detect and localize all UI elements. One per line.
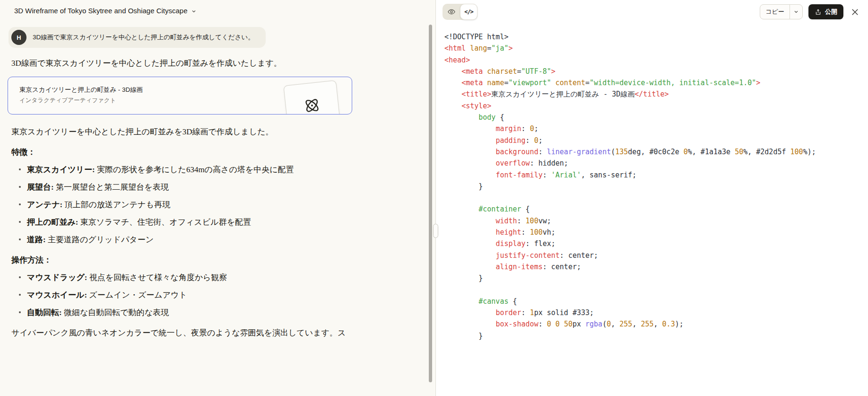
atom-icon: [302, 96, 322, 114]
publish-button-label: 公開: [825, 8, 837, 16]
assistant-intro: 3D線画で東京スカイツリーを中心とした押上の町並みを作成いたします。: [11, 58, 435, 68]
close-artifact-button[interactable]: [849, 6, 860, 18]
chevron-down-icon: [793, 9, 799, 15]
list-item: マウスドラッグ: 視点を回転させて様々な角度から観察: [27, 273, 435, 282]
code-viewer[interactable]: <!DOCTYPE html><html lang="ja"><head> <m…: [436, 21, 868, 396]
list-item: マウスホイール: ズームイン・ズームアウト: [27, 290, 435, 300]
preview-toggle-button[interactable]: [443, 4, 460, 20]
copy-button[interactable]: コピー: [760, 5, 790, 19]
features-heading: 特徴：: [11, 147, 435, 157]
controls-heading: 操作方法：: [11, 255, 435, 265]
list-item: 道路: 主要道路のグリッドパターン: [27, 235, 435, 245]
controls-list: マウスドラッグ: 視点を回転させて様々な角度から観察マウスホイール: ズームイン…: [0, 273, 435, 317]
conversation-title-menu[interactable]: 3D Wireframe of Tokyo Skytree and Oshiag…: [0, 0, 435, 15]
artifact-panel: </> コピー 公開: [436, 0, 868, 396]
code-toggle-button[interactable]: </>: [460, 4, 477, 20]
list-item: 押上の町並み: 東京ソラマチ、住宅街、オフィスビル群を配置: [27, 217, 435, 227]
user-avatar: H: [11, 30, 26, 45]
features-list: 東京スカイツリー: 実際の形状を参考にした634mの高さの塔を中央に配置展望台:…: [0, 165, 435, 245]
artifact-card[interactable]: 東京スカイツリーと押上の町並み - 3D線画 インタラクティブアーティファクト: [8, 77, 352, 114]
list-item: 東京スカイツリー: 実際の形状を参考にした634mの高さの塔を中央に配置: [27, 165, 435, 175]
toolbar-actions: コピー 公開: [760, 4, 860, 19]
user-message-text: 3D線画で東京スカイツリーを中心とした押上の町並みを作成してください。: [33, 33, 254, 42]
copy-options-button[interactable]: [790, 5, 802, 19]
copy-split-button: コピー: [760, 4, 803, 19]
assistant-outro: サイバーパンク風の青いネオンカラーで統一し、夜景のような雰囲気を演出しています。…: [11, 328, 435, 338]
user-message: H 3D線画で東京スカイツリーを中心とした押上の町並みを作成してください。: [9, 27, 266, 48]
app-window: 3D Wireframe of Tokyo Skytree and Oshiag…: [0, 0, 868, 396]
list-item: 自動回転: 微細な自動回転で動的な表現: [27, 308, 435, 317]
assistant-result: 東京スカイツリーを中心とした押上の町並みを3D線画で作成しました。: [11, 127, 435, 137]
code-icon: </>: [464, 9, 473, 15]
list-item: 展望台: 第一展望台と第二展望台を表現: [27, 182, 435, 192]
eye-icon: [447, 8, 456, 16]
view-toggle: </>: [443, 4, 477, 20]
share-icon: [815, 9, 822, 16]
panel-divider: [435, 0, 436, 396]
list-item: アンテナ: 頂上部の放送アンテナも再現: [27, 200, 435, 210]
copy-button-label: コピー: [765, 8, 784, 16]
chat-panel: 3D Wireframe of Tokyo Skytree and Oshiag…: [0, 0, 435, 396]
code-content: <!DOCTYPE html><html lang="ja"><head> <m…: [436, 21, 868, 342]
publish-button[interactable]: 公開: [808, 4, 843, 19]
chat-scrollbar[interactable]: [429, 25, 432, 382]
conversation-title: 3D Wireframe of Tokyo Skytree and Oshiag…: [14, 7, 188, 15]
artifact-thumbnail: [283, 80, 340, 114]
artifact-toolbar: </> コピー 公開: [436, 0, 868, 21]
chevron-down-icon: [191, 9, 197, 14]
close-icon: [851, 8, 859, 17]
panel-resize-handle[interactable]: [433, 224, 438, 238]
